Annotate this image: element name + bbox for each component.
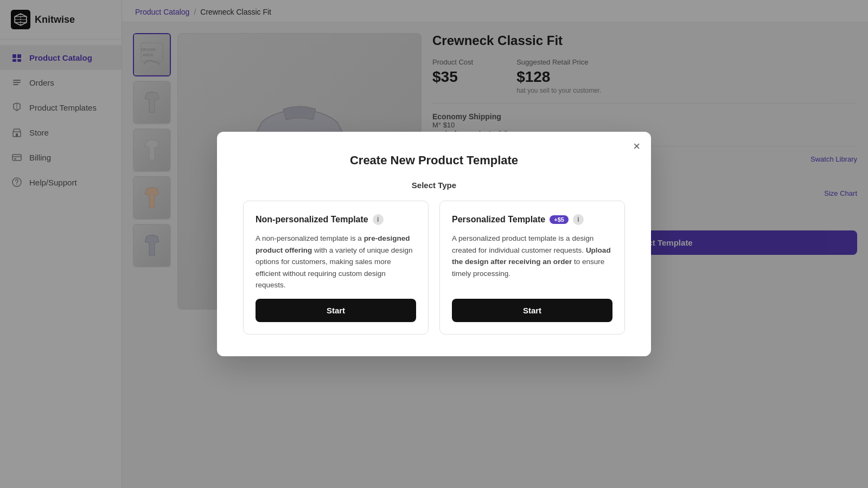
personalized-start-button[interactable]: Start (452, 299, 612, 322)
modal-select-type-label: Select Type (243, 181, 625, 190)
non-personalized-info-icon[interactable]: i (373, 214, 384, 225)
personalized-info-icon[interactable]: i (573, 214, 584, 225)
modal-cards: Non-personalized Template i A non-person… (243, 201, 625, 335)
modal: × Create New Product Template Select Typ… (217, 132, 651, 356)
modal-overlay[interactable]: × Create New Product Template Select Typ… (0, 0, 868, 488)
non-personalized-card: Non-personalized Template i A non-person… (243, 201, 429, 335)
personalized-card: Personalized Template +$5 i A personaliz… (439, 201, 625, 335)
non-personalized-desc: A non-personalized template is a pre-des… (256, 233, 416, 291)
personalized-title-row: Personalized Template +$5 i (452, 214, 612, 225)
personalized-badge: +$5 (550, 215, 569, 224)
non-personalized-title: Non-personalized Template (256, 215, 368, 224)
non-personalized-start-button[interactable]: Start (256, 299, 416, 322)
personalized-desc: A personalized product template is a des… (452, 233, 612, 279)
modal-close-button[interactable]: × (633, 140, 640, 152)
non-personalized-title-row: Non-personalized Template i (256, 214, 416, 225)
modal-title: Create New Product Template (243, 153, 625, 168)
personalized-title: Personalized Template (452, 215, 545, 224)
